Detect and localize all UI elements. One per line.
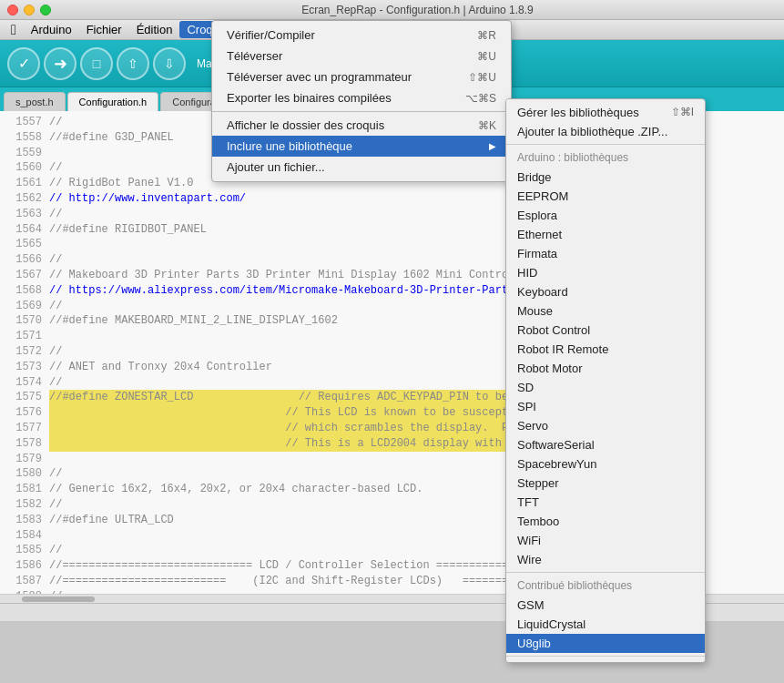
line-number: 1568 bbox=[7, 283, 42, 299]
line-content: //========================= (I2C and Shi… bbox=[49, 574, 521, 589]
window-title: Ecran_RepRap - Configuration.h | Arduino… bbox=[58, 4, 777, 16]
contrib-section-label: Contribué bibliothèques bbox=[506, 576, 705, 596]
menu-televerser-prog[interactable]: Téléverser avec un programmateur ⇧⌘U bbox=[212, 66, 511, 87]
new-button[interactable]: □ bbox=[80, 47, 113, 80]
line-number: 1587 bbox=[7, 574, 42, 589]
line-content: // Makeboard 3D Printer Parts 3D Printer… bbox=[49, 268, 535, 283]
lib-temboo[interactable]: Temboo bbox=[506, 512, 705, 531]
line-content: // Generic 16x2, 16x4, 20x2, or 20x4 cha… bbox=[49, 482, 423, 497]
line-number: 1561 bbox=[7, 176, 42, 191]
lib-tft[interactable]: TFT bbox=[506, 493, 705, 512]
line-number: 1574 bbox=[7, 375, 42, 391]
menu-afficher-dossier[interactable]: Afficher le dossier des croquis ⌘K bbox=[212, 115, 511, 136]
line-content: // https://www.aliexpress.com/item/Micro… bbox=[49, 283, 535, 299]
lib-ethernet[interactable]: Ethernet bbox=[506, 225, 705, 244]
include-ajouter-zip[interactable]: Ajouter la bibliothèque .ZIP... bbox=[506, 122, 705, 141]
line-content: //#define G3D_PANEL bbox=[49, 130, 174, 146]
lib-liquidcrystal[interactable]: LiquidCrystal bbox=[506, 615, 705, 634]
line-number: 1570 bbox=[7, 313, 42, 329]
menu-fichier[interactable]: Fichier bbox=[79, 21, 129, 38]
lib-robot-control[interactable]: Robot Control bbox=[506, 321, 705, 340]
tab-post[interactable]: s_post.h bbox=[4, 92, 66, 111]
verify-button[interactable]: ✓ bbox=[7, 47, 40, 80]
open-button[interactable]: ⇧ bbox=[117, 47, 149, 80]
upload-button[interactable]: ➜ bbox=[44, 47, 76, 80]
arduino-section-label: Arduino : bibliothèques bbox=[506, 148, 705, 168]
line-content: // bbox=[49, 466, 62, 482]
line-number: 1576 bbox=[7, 405, 42, 421]
line-number: 1582 bbox=[7, 497, 42, 513]
lib-spi[interactable]: SPI bbox=[506, 397, 705, 416]
scrollbar-thumb[interactable] bbox=[22, 596, 95, 602]
menu-exporter[interactable]: Exporter les binaires compilées ⌥⌘S bbox=[212, 87, 511, 108]
line-content: // http://www.inventapart.com/ bbox=[49, 191, 246, 207]
line-number: 1579 bbox=[7, 452, 42, 467]
line-content: //#define RIGIDBOT_PANEL bbox=[49, 222, 207, 238]
line-number: 1571 bbox=[7, 329, 42, 344]
lib-mouse[interactable]: Mouse bbox=[506, 301, 705, 321]
line-number: 1575 bbox=[7, 390, 42, 405]
lib-gsm[interactable]: GSM bbox=[506, 596, 705, 615]
line-number: 1560 bbox=[7, 160, 42, 176]
include-sep-3 bbox=[506, 656, 705, 657]
lib-keyboard[interactable]: Keyboard bbox=[506, 282, 705, 301]
apple-menu[interactable]:  bbox=[4, 20, 24, 40]
line-content: // ANET and Tronxy 20x4 Controller bbox=[49, 360, 272, 375]
lib-servo[interactable]: Servo bbox=[506, 416, 705, 435]
lib-firmata[interactable]: Firmata bbox=[506, 244, 705, 263]
line-number: 1566 bbox=[7, 252, 42, 268]
line-number: 1564 bbox=[7, 222, 42, 238]
lib-wifi[interactable]: WiFi bbox=[506, 531, 705, 550]
line-number: 1581 bbox=[7, 482, 42, 497]
line-content: // bbox=[49, 207, 62, 222]
lib-u8glib[interactable]: U8glib bbox=[506, 634, 705, 653]
line-number: 1572 bbox=[7, 344, 42, 360]
submenu-arrow: ▶ bbox=[489, 141, 496, 151]
lib-bridge[interactable]: Bridge bbox=[506, 168, 705, 187]
line-content: //============================= LCD / Co… bbox=[49, 558, 521, 574]
lib-stepper[interactable]: Stepper bbox=[506, 474, 705, 493]
include-gerer[interactable]: Gérer les bibliothèques ⇧⌘I bbox=[506, 103, 705, 122]
lib-spacebrewyun[interactable]: SpacebrewYun bbox=[506, 454, 705, 474]
line-number: 1563 bbox=[7, 207, 42, 222]
lib-eeprom[interactable]: EEPROM bbox=[506, 187, 705, 206]
lib-robot-ir[interactable]: Robot IR Remote bbox=[506, 340, 705, 359]
line-number: 1584 bbox=[7, 528, 42, 544]
lib-softwareserial[interactable]: SoftwareSerial bbox=[506, 435, 705, 454]
line-number: 1577 bbox=[7, 421, 42, 436]
line-number: 1557 bbox=[7, 115, 42, 130]
lib-esplora[interactable]: Esplora bbox=[506, 206, 705, 225]
lib-sd[interactable]: SD bbox=[506, 378, 705, 397]
include-library-submenu[interactable]: Gérer les bibliothèques ⇧⌘I Ajouter la b… bbox=[505, 98, 706, 663]
line-number: 1558 bbox=[7, 130, 42, 146]
maximize-button[interactable] bbox=[40, 5, 51, 15]
line-number: 1565 bbox=[7, 237, 42, 252]
lib-robot-motor[interactable]: Robot Motor bbox=[506, 359, 705, 378]
line-content: // bbox=[49, 299, 62, 314]
menu-arduino[interactable]: Arduino bbox=[24, 21, 79, 38]
recommande-section-label: Recommandé bibliothèques bbox=[506, 659, 705, 663]
menu-televerser[interactable]: Téléverser ⌘U bbox=[212, 46, 511, 66]
line-content: // bbox=[49, 160, 62, 176]
tab-configuration[interactable]: Configuration.h bbox=[67, 92, 159, 111]
line-content: // RigidBot Panel V1.0 bbox=[49, 176, 193, 191]
menu-ajouter-fichier[interactable]: Ajouter un fichier... bbox=[212, 157, 511, 178]
line-number: 1580 bbox=[7, 466, 42, 482]
lib-wire[interactable]: Wire bbox=[506, 550, 705, 569]
line-number: 1588 bbox=[7, 589, 42, 594]
menu-verifier[interactable]: Vérifier/Compiler ⌘R bbox=[212, 25, 511, 46]
close-button[interactable] bbox=[7, 5, 18, 15]
menu-edition[interactable]: Édition bbox=[129, 21, 180, 38]
croquis-dropdown[interactable]: Vérifier/Compiler ⌘R Téléverser ⌘U Télév… bbox=[211, 20, 512, 182]
line-number: 1573 bbox=[7, 360, 42, 375]
line-content: //#define MAKEBOARD_MINI_2_LINE_DISPLAY_… bbox=[49, 313, 338, 329]
include-sep-2 bbox=[506, 572, 705, 573]
lib-hid[interactable]: HID bbox=[506, 263, 705, 282]
line-content: // bbox=[49, 252, 62, 268]
line-number: 1567 bbox=[7, 268, 42, 283]
menu-inclure-bibliotheque[interactable]: Inclure une bibliothèque ▶ bbox=[212, 136, 511, 157]
save-button[interactable]: ⇩ bbox=[153, 47, 186, 80]
line-content: // bbox=[49, 344, 62, 360]
titlebar: Ecran_RepRap - Configuration.h | Arduino… bbox=[0, 0, 784, 20]
minimize-button[interactable] bbox=[24, 5, 35, 15]
